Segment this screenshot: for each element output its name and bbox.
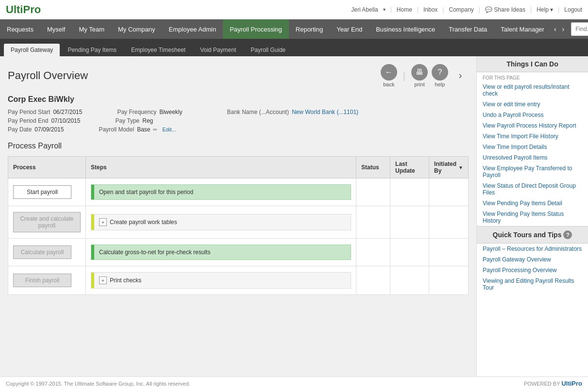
step-accent-calculate: [91, 245, 94, 260]
pay-period-start-label: Pay Period Start: [8, 109, 50, 115]
inbox-link[interactable]: Inbox: [423, 6, 437, 13]
help-link[interactable]: Help ▾: [537, 6, 553, 13]
back-icon: ←: [381, 64, 397, 81]
process-row-calculate: Calculate payroll Calculate gross-to-net…: [8, 239, 469, 266]
quick-tours-header: Quick Tours and Tips ?: [477, 226, 588, 244]
nav-search-input[interactable]: [571, 22, 588, 36]
nav-transfer-data[interactable]: Transfer Data: [442, 19, 494, 39]
sidebar-link-view-edit-time[interactable]: View or edit time entry: [477, 99, 588, 110]
footer-logo: UltiPro: [561, 380, 582, 387]
pay-frequency-value: Biweekly: [159, 109, 182, 115]
payroll-model-value: Base: [137, 126, 150, 133]
col-last-update: Last Update: [390, 157, 429, 179]
sidebar-link-undo-payroll[interactable]: Undo a Payroll Process: [477, 110, 588, 120]
status-cell-create: [356, 206, 390, 239]
col-initiated-by: Initiated By ▼: [429, 157, 469, 179]
company-name: Corp Exec BiWkly: [8, 95, 469, 104]
user-name[interactable]: Jeri Abella: [351, 6, 378, 13]
nav-prev-arrow[interactable]: ‹: [551, 19, 559, 39]
sidebar: Things I Can Do FOR THIS PAGE View or ed…: [476, 56, 588, 376]
home-link[interactable]: Home: [397, 6, 412, 13]
sidebar-link-employee-pay[interactable]: View Employee Pay Transferred to Payroll: [477, 163, 588, 180]
pay-type-value: Reg: [142, 117, 153, 124]
pay-period-start-value: 06/27/2015: [53, 109, 82, 115]
nav-talent-manager[interactable]: Talent Manager: [494, 19, 551, 39]
footer-copyright: Copyright © 1997-2015. The Ultimate Soft…: [6, 381, 190, 387]
process-row-start: Start payroll Open and start payroll for…: [8, 179, 469, 206]
app-logo: UltiPro: [6, 3, 41, 16]
nav-my-company[interactable]: My Company: [111, 19, 162, 39]
sidebar-link-tour-1[interactable]: Payroll Gateway Overview: [477, 254, 588, 265]
last-update-cell-calculate: [390, 239, 429, 266]
sidebar-link-tour-3[interactable]: Viewing and Editing Payroll Results Tour: [477, 276, 588, 293]
pay-date-label: Pay Date: [8, 126, 32, 133]
print-button[interactable]: 🖶 print: [411, 64, 428, 87]
calculate-payroll-button[interactable]: Calculate payroll: [13, 245, 71, 259]
pay-date-value: 07/09/2015: [34, 126, 64, 133]
help-icon: ?: [432, 64, 448, 81]
nav-year-end[interactable]: Year End: [330, 19, 369, 39]
initiated-sort-icon[interactable]: ▼: [458, 165, 463, 170]
step-label-create: Create payroll work tables: [110, 219, 177, 226]
step-label-finish: Print checks: [110, 277, 141, 284]
nav-my-team[interactable]: My Team: [72, 19, 111, 39]
edit-link[interactable]: Edit...: [162, 127, 176, 132]
expand-finish-button[interactable]: +: [99, 276, 107, 284]
tab-pending-pay-items[interactable]: Pending Pay Items: [61, 44, 123, 56]
initiated-cell-start: [429, 179, 469, 206]
pay-period-end-value: 07/10/2015: [51, 117, 80, 124]
finish-payroll-button[interactable]: Finish payroll: [13, 274, 71, 287]
nav-reporting[interactable]: Reporting: [289, 19, 330, 39]
sidebar-link-unresolved[interactable]: Unresolved Payroll Items: [477, 152, 588, 163]
share-ideas-link[interactable]: Share Ideas: [485, 6, 525, 13]
process-payroll-title: Process Payroll: [8, 142, 469, 150]
status-cell-start: [356, 179, 390, 206]
initiated-cell-create: [429, 206, 469, 239]
nav-business-intelligence[interactable]: Business Intelligence: [369, 19, 442, 39]
nav-payroll-processing[interactable]: Payroll Processing: [223, 19, 289, 39]
tab-employee-timesheet[interactable]: Employee Timesheet: [124, 44, 192, 56]
nav-employee-admin[interactable]: Employee Admin: [162, 19, 223, 39]
things-i-can-do-header: Things I Can Do: [477, 56, 588, 72]
back-button[interactable]: ← back: [381, 64, 397, 87]
bank-name-label: Bank Name (...Account): [227, 109, 289, 115]
start-payroll-button[interactable]: Start payroll: [13, 185, 71, 199]
company-link[interactable]: Company: [449, 6, 473, 13]
sidebar-link-tour-2[interactable]: Payroll Processing Overview: [477, 265, 588, 276]
process-row-finish: Finish payroll + Print checks: [8, 266, 469, 295]
sidebar-link-time-import-history[interactable]: View Time Import File History: [477, 131, 588, 142]
sidebar-link-payroll-history[interactable]: View Payroll Process History Report: [477, 120, 588, 131]
quick-tours-help-icon[interactable]: ?: [563, 230, 572, 239]
nav-next-arrow[interactable]: ›: [559, 19, 568, 39]
user-dropdown-arrow[interactable]: ▾: [383, 7, 386, 12]
expand-create-button[interactable]: +: [99, 218, 107, 226]
last-update-cell-finish: [390, 266, 429, 295]
sidebar-link-direct-deposit[interactable]: View Status of Direct Deposit Group File…: [477, 180, 588, 198]
help-button[interactable]: ? help: [432, 64, 448, 87]
tab-payroll-guide[interactable]: Payroll Guide: [244, 44, 292, 56]
footer-powered-by: POWERED BY UltiPro: [524, 380, 582, 387]
step-accent-create: [91, 214, 94, 230]
col-steps: Steps: [86, 157, 356, 179]
nav-myself[interactable]: Myself: [40, 19, 72, 39]
sidebar-link-pending-pay-items[interactable]: View Pending Pay Items Detail: [477, 198, 588, 209]
sidebar-link-view-edit-payroll[interactable]: View or edit payroll results/instant che…: [477, 81, 588, 99]
sidebar-link-pending-pay-status[interactable]: View Pending Pay Items Status History: [477, 209, 588, 226]
create-payroll-button[interactable]: Create and calculate payroll: [13, 212, 81, 232]
nav-requests[interactable]: Requests: [0, 19, 40, 39]
initiated-cell-calculate: [429, 239, 469, 266]
sidebar-link-tour-0[interactable]: Payroll – Resources for Administrators: [477, 244, 588, 254]
last-update-cell-start: [390, 179, 429, 206]
pay-period-end-label: Pay Period End: [8, 117, 48, 124]
process-row-create: Create and calculate payroll + Create pa…: [8, 206, 469, 239]
tab-void-payment[interactable]: Void Payment: [193, 44, 243, 56]
status-cell-calculate: [356, 239, 390, 266]
step-label-calculate: Calculate gross-to-net for pre-check res…: [99, 249, 210, 256]
col-status: Status: [356, 157, 390, 179]
status-cell-finish: [356, 266, 390, 295]
sidebar-link-time-import-details[interactable]: View Time Import Details: [477, 142, 588, 152]
tab-payroll-gateway[interactable]: Payroll Gateway: [4, 44, 60, 56]
step-accent-finish: [91, 273, 94, 288]
next-arrow-button[interactable]: ›: [452, 67, 469, 84]
logout-link[interactable]: Logout: [564, 6, 582, 13]
